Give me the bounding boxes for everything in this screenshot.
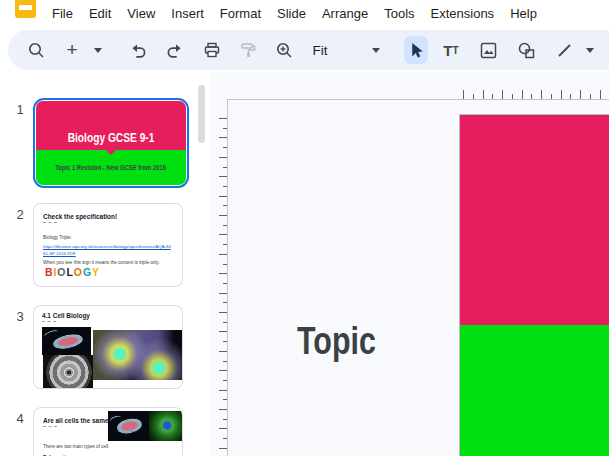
zoom-fit-select[interactable]: Fit [308, 36, 332, 64]
wordart-letter: B [45, 266, 54, 278]
electron-microscope-cell-image [43, 355, 93, 389]
ruler-tick [473, 94, 474, 99]
ruler-tick [223, 438, 227, 439]
menu-view[interactable]: View [119, 2, 163, 25]
horizontal-ruler [228, 99, 609, 100]
text-box-tool-icon[interactable]: TT [439, 36, 463, 64]
thumb3-divider [42, 321, 56, 322]
toolbar: + Fit TT [0, 28, 609, 72]
menu-help[interactable]: Help [502, 2, 545, 25]
ruler-tick [219, 196, 227, 197]
ruler-tick [223, 167, 227, 168]
redo-button[interactable] [163, 36, 187, 64]
insert-image-icon[interactable] [476, 36, 500, 64]
wordart-letter: O [57, 266, 66, 278]
slide-number: 1 [7, 98, 33, 188]
ruler-tick [522, 90, 523, 99]
print-icon[interactable] [200, 36, 224, 64]
slide-number: 4 [7, 407, 33, 456]
slide-page[interactable] [459, 114, 609, 456]
thumb2-line1: Biology Triple: [43, 235, 72, 240]
ruler-tick [223, 244, 227, 245]
thumb4-line1: There are two main types of cell: [43, 444, 109, 449]
ruler-tick [219, 448, 227, 449]
ruler-tick [551, 94, 552, 99]
slide-subtitle-shape[interactable] [460, 325, 609, 456]
slide-number: 3 [7, 305, 33, 389]
thumb2-heading: Check the specification! [43, 213, 117, 220]
canvas-area: Topic [210, 72, 609, 456]
menu-file[interactable]: File [44, 2, 81, 25]
ruler-tick [223, 361, 227, 362]
menu-format[interactable]: Format [212, 2, 269, 25]
thumb1-subtitle-block: Topic 1 Revision - New GCSE from 2016 [36, 150, 186, 185]
thumb4-heading: Are all cells the same? [43, 417, 112, 424]
slide-thumbnail-2[interactable]: Check the specification! Biology Triple:… [33, 203, 183, 287]
select-tool-button[interactable] [404, 36, 428, 64]
filmstrip-row-1: 1 Biology GCSE 9-1 Topic 1 Revision - Ne… [7, 98, 189, 188]
ruler-tick [463, 90, 464, 99]
menu-tools[interactable]: Tools [376, 2, 422, 25]
ruler-tick [223, 399, 227, 400]
bacterium-image [42, 327, 91, 355]
ruler-tick [219, 312, 227, 313]
ruler-tick [541, 90, 542, 99]
ruler-tick [561, 90, 562, 99]
slides-app-icon[interactable] [15, 0, 36, 18]
menu-items: FileEditViewInsertFormatSlideArrangeTool… [44, 2, 545, 25]
ruler-tick [219, 331, 227, 332]
ruler-tick [219, 137, 227, 138]
green-cell-image [149, 411, 182, 441]
ruler-tick [502, 90, 503, 99]
thumb2-biology-wordart: BIOLOGY [45, 266, 100, 278]
ruler-tick [219, 234, 227, 235]
toolbar-pill: + Fit TT [8, 30, 609, 70]
new-slide-dropdown-icon[interactable] [86, 36, 110, 64]
ruler-tick [223, 302, 227, 303]
ruler-tick [223, 186, 227, 187]
thumb1-title: Biology GCSE 9-1 [68, 131, 155, 150]
ruler-tick [590, 94, 591, 99]
wordart-letter: O [74, 266, 83, 278]
menu-edit[interactable]: Edit [81, 2, 119, 25]
ruler-tick [223, 128, 227, 129]
slide-subtitle-text[interactable]: Topic [297, 320, 376, 363]
ruler-tick [223, 147, 227, 148]
menu-extensions[interactable]: Extensions [423, 2, 503, 25]
ruler-tick [223, 419, 227, 420]
filmstrip-row-3: 3 4.1 Cell Biology [7, 305, 183, 389]
new-slide-button[interactable]: + [60, 36, 84, 64]
content-area: 1 Biology GCSE 9-1 Topic 1 Revision - Ne… [0, 72, 609, 456]
zoom-in-icon[interactable] [272, 36, 296, 64]
filmstrip-scrollbar[interactable] [198, 85, 205, 143]
slide-title-shape[interactable] [460, 115, 609, 325]
menu-insert[interactable]: Insert [163, 2, 212, 25]
ruler-tick [219, 215, 227, 216]
menu-slide[interactable]: Slide [269, 2, 314, 25]
slides-app-icon-stripe [19, 5, 32, 10]
filmstrip-row-2: 2 Check the specification! Biology Tripl… [7, 203, 183, 287]
search-icon[interactable] [24, 36, 48, 64]
zoom-fit-dropdown-icon[interactable] [364, 36, 388, 64]
ruler-tick [219, 118, 227, 119]
ruler-tick [223, 225, 227, 226]
slide-thumbnail-3[interactable]: 4.1 Cell Biology [33, 305, 183, 389]
ruler-tick [580, 90, 581, 99]
wordart-letter: Y [92, 266, 100, 278]
slide-thumbnail-1[interactable]: Biology GCSE 9-1 Topic 1 Revision - New … [33, 98, 189, 188]
vertical-ruler [227, 99, 228, 456]
insert-line-icon[interactable] [552, 36, 576, 64]
menu-arrange[interactable]: Arrange [314, 2, 376, 25]
insert-line-dropdown-icon[interactable] [578, 36, 602, 64]
thumb4-divider [43, 426, 57, 427]
paint-format-icon[interactable] [236, 36, 260, 64]
ruler-tick [223, 341, 227, 342]
slide-thumbnail-1-content: Biology GCSE 9-1 Topic 1 Revision - New … [36, 101, 186, 185]
insert-shape-icon[interactable] [514, 36, 538, 64]
thumb2-line2: When you see this sign it means the cont… [43, 260, 160, 265]
slide-thumbnail-4[interactable]: Are all cells the same? There are two ma… [33, 407, 183, 456]
undo-button[interactable] [126, 36, 150, 64]
ruler-tick [223, 322, 227, 323]
ruler-tick [219, 390, 227, 391]
ruler-tick [219, 254, 227, 255]
